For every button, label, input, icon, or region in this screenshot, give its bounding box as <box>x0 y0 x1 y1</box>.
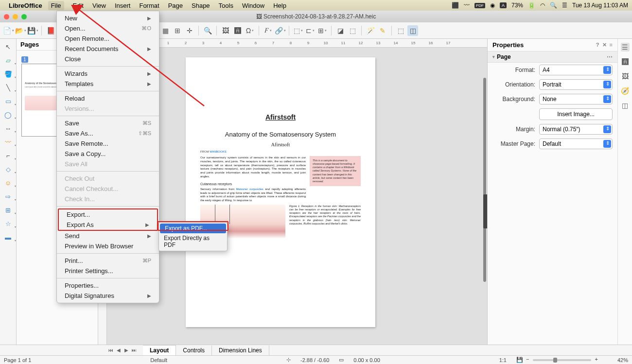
panel-collapse-handle[interactable] <box>483 194 487 228</box>
styles-tab-icon[interactable]: 🅰 <box>621 57 630 66</box>
orientation-select[interactable]: Portrait <box>539 79 613 90</box>
traffic-lights[interactable] <box>4 14 27 19</box>
new-button[interactable]: 📄 <box>3 25 14 36</box>
fill-color-tool[interactable]: 🪣 <box>3 69 13 79</box>
zoom-text[interactable]: 42% <box>617 357 628 363</box>
3d-tool[interactable]: ▬ <box>3 232 13 242</box>
style-indicator[interactable]: Default <box>150 357 167 363</box>
basic-shapes-tool[interactable]: ◇ <box>3 164 13 174</box>
search-icon[interactable]: 🔍 <box>550 2 557 9</box>
tab-prev-icon[interactable]: ◀ <box>115 347 123 353</box>
status-icon[interactable]: 〰 <box>464 2 470 9</box>
background-select[interactable]: None <box>539 94 613 104</box>
page-section-header[interactable]: Page⋯ <box>488 52 617 63</box>
menu-view[interactable]: View <box>92 2 106 9</box>
arrange-button[interactable]: ⬚ <box>293 25 303 36</box>
menu-format[interactable]: Format <box>139 2 159 9</box>
menu-file[interactable]: File <box>48 1 64 10</box>
helplines-button[interactable]: ✛ <box>184 25 195 36</box>
menu-digital-signatures[interactable]: Digital Signatures▶ <box>57 291 159 301</box>
hyperlink-button[interactable]: 🔗 <box>275 25 285 36</box>
menu-new[interactable]: New▶ <box>57 13 159 23</box>
connector-tool[interactable]: ⌐ <box>3 151 13 160</box>
filter-button[interactable]: 🪄 <box>365 25 376 36</box>
menu-tools[interactable]: Tools <box>219 2 233 9</box>
crop-button[interactable]: ⬚ <box>347 25 358 36</box>
insert-image-button[interactable]: Insert Image... <box>539 108 613 120</box>
menu-recent[interactable]: Recent Documents▶ <box>57 44 159 54</box>
menu-open[interactable]: Open...⌘O <box>57 23 159 34</box>
navigator-tab-icon[interactable]: 🧭 <box>621 87 630 95</box>
menu-open-remote[interactable]: Open Remote... <box>57 34 159 44</box>
submenu-export-pdf[interactable]: Export as PDF... <box>160 224 226 233</box>
tab-last-icon[interactable]: ⏭ <box>130 347 138 353</box>
tab-controls[interactable]: Controls <box>176 346 212 355</box>
line-tool[interactable]: ╲ <box>3 83 13 92</box>
status-icon[interactable]: ⬛ <box>452 2 459 9</box>
horizontal-ruler[interactable]: 211234567891011121314151617 <box>107 39 487 48</box>
callout-tool[interactable]: ☆ <box>3 219 13 228</box>
master-select[interactable]: Default <box>539 139 613 149</box>
format-select[interactable]: A4 <box>539 65 613 75</box>
control-center-icon[interactable]: ☰ <box>562 2 567 9</box>
gallery-tab-icon[interactable]: 🖼 <box>621 72 630 81</box>
shapes-tab-icon[interactable]: ◫ <box>621 101 630 110</box>
ellipse-tool[interactable]: ◯ <box>3 110 13 120</box>
menu-save-as[interactable]: Save As...⇧⌘S <box>57 128 159 139</box>
vertical-scrollbar[interactable] <box>483 78 486 282</box>
symbol-shapes-tool[interactable]: ☺ <box>3 178 13 188</box>
select-tool[interactable]: ↖ <box>3 42 13 52</box>
snap-button[interactable]: ⊞ <box>172 25 183 36</box>
arrow-shapes-tool[interactable]: ⇨ <box>3 191 13 201</box>
rectangle-tool[interactable]: ▭ <box>3 96 13 106</box>
export-pdf-button[interactable]: 📕 <box>45 25 56 36</box>
page-indicator[interactable]: Page 1 of 1 <box>4 357 31 363</box>
menu-close[interactable]: Close <box>57 54 159 64</box>
menu-shape[interactable]: Shape <box>192 2 210 9</box>
menu-save-remote[interactable]: Save Remote... <box>57 139 159 149</box>
menu-templates[interactable]: Templates▶ <box>57 79 159 89</box>
textbox-button[interactable]: 🅰 <box>232 25 243 36</box>
menu-send[interactable]: Send▶ <box>57 231 159 241</box>
save-status-icon[interactable]: 💾 <box>516 357 523 363</box>
app-name[interactable]: LibreOffice <box>9 2 42 9</box>
close-panel-icon[interactable]: ✕ <box>602 42 607 48</box>
menu-print[interactable]: Print...⌘P <box>57 256 159 266</box>
align-button[interactable]: ⊏ <box>305 25 316 36</box>
status-icon[interactable]: A <box>500 2 507 8</box>
zoom-slider[interactable] <box>533 359 591 361</box>
menu-window[interactable]: Window <box>242 2 264 9</box>
open-button[interactable]: 📂 <box>15 25 26 36</box>
menu-edit[interactable]: Edit <box>73 2 84 9</box>
submenu-export-directly-pdf[interactable]: Export Directly as PDF <box>159 233 227 250</box>
menu-reload[interactable]: Reload <box>57 93 159 104</box>
minimize-icon[interactable] <box>13 14 18 19</box>
margin-select[interactable]: Normal (0.75″) <box>539 124 613 135</box>
battery-text[interactable]: 73% <box>511 2 523 9</box>
distribute-button[interactable]: ⊞ <box>317 25 328 36</box>
menu-save-copy[interactable]: Save a Copy... <box>57 149 159 159</box>
properties-tab-icon[interactable]: ☰ <box>621 43 630 52</box>
page-canvas[interactable]: Afirstsoft Anatomy of the Somatosensory … <box>186 57 375 327</box>
pdf-icon[interactable]: PDF <box>474 3 485 8</box>
wifi-icon[interactable]: ◠ <box>540 2 545 9</box>
flowchart-tool[interactable]: ⊞ <box>3 205 13 215</box>
line-arrow-tool[interactable]: ↔ <box>3 123 13 133</box>
image-button[interactable]: 🖼 <box>220 25 231 36</box>
menu-wizards[interactable]: Wizards▶ <box>57 69 159 79</box>
gluepoint-button[interactable]: ✎ <box>377 25 388 36</box>
grid-button[interactable]: ▦ <box>160 25 171 36</box>
zoom-button[interactable]: 🔍 <box>202 25 213 36</box>
save-button[interactable]: 💾 <box>27 25 38 36</box>
menu-properties[interactable]: Properties... <box>57 280 159 291</box>
battery-icon[interactable]: 🔋 <box>528 2 535 9</box>
maximize-icon[interactable] <box>21 14 27 19</box>
tab-first-icon[interactable]: ⏮ <box>107 347 115 353</box>
clock-text[interactable]: Tue 13 Aug 11:03 AM <box>572 2 628 9</box>
draw-functions-button[interactable]: ◫ <box>407 25 418 36</box>
help-icon[interactable]: ? <box>596 42 599 48</box>
tab-layout[interactable]: Layout <box>143 345 176 355</box>
menu-printer-settings[interactable]: Printer Settings... <box>57 266 159 276</box>
shadow-button[interactable]: ◪ <box>335 25 346 36</box>
extrusion-button[interactable]: ⬚ <box>395 25 406 36</box>
